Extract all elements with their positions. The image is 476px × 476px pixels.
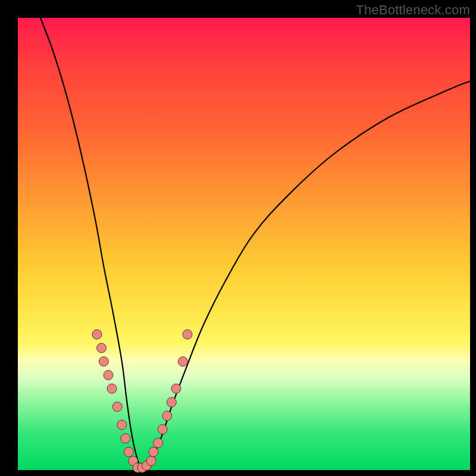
chart-frame: TheBottleneck.com bbox=[0, 0, 476, 476]
sample-marker bbox=[99, 357, 108, 367]
sample-marker bbox=[124, 447, 133, 457]
sample-marker bbox=[121, 434, 130, 443]
sample-marker bbox=[171, 384, 181, 393]
sample-marker bbox=[146, 456, 156, 466]
sample-marker bbox=[104, 370, 113, 380]
right-curve bbox=[145, 81, 470, 470]
sample-marker bbox=[158, 425, 167, 434]
sample-marker bbox=[97, 343, 107, 353]
plot-area bbox=[18, 18, 470, 470]
sample-marker bbox=[154, 438, 163, 447]
sample-marker bbox=[178, 357, 187, 367]
sample-marker bbox=[117, 420, 127, 430]
watermark-text: TheBottleneck.com bbox=[356, 2, 470, 18]
curves-svg bbox=[18, 18, 470, 470]
sample-marker bbox=[162, 411, 172, 421]
curve-group bbox=[40, 18, 470, 470]
sample-marker bbox=[167, 397, 176, 407]
sample-marker bbox=[112, 402, 122, 412]
sample-marker bbox=[92, 330, 102, 339]
sample-marker bbox=[149, 447, 158, 457]
sample-marker bbox=[183, 330, 192, 339]
marker-group bbox=[92, 330, 192, 472]
left-curve bbox=[40, 18, 145, 470]
sample-marker bbox=[107, 384, 117, 393]
